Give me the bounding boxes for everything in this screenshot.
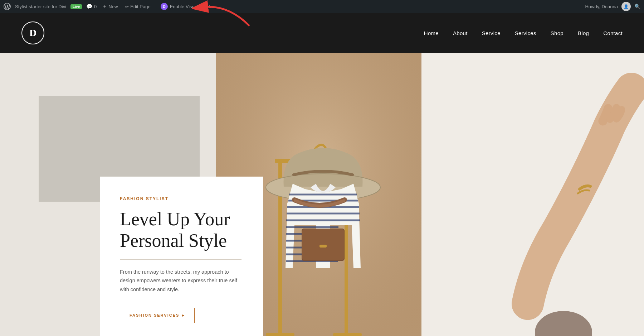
new-label: New (108, 4, 118, 9)
enable-builder-label: Enable Visual Builder (170, 4, 214, 9)
search-icon[interactable]: 🔍 (634, 4, 640, 10)
hero-eyebrow: FASHION STYLIST (120, 196, 243, 201)
site-header: D Home About Service Services Shop Blog … (0, 13, 644, 53)
edit-page-label: Edit Page (130, 4, 150, 9)
fashion-services-button[interactable]: FASHION SERVICES ▸ (120, 308, 195, 323)
avatar[interactable]: 👤 (621, 2, 631, 11)
new-button[interactable]: ＋ New (101, 3, 119, 10)
nav-blog[interactable]: Blog (578, 30, 589, 36)
edit-page-button[interactable]: ✏ Edit Page (123, 3, 152, 10)
svg-rect-24 (319, 245, 327, 248)
site-nav: Home About Service Services Shop Blog Co… (424, 30, 623, 36)
divi-icon: D (161, 3, 168, 10)
nav-about[interactable]: About (453, 30, 468, 36)
nav-home[interactable]: Home (424, 30, 439, 36)
cta-label: FASHION SERVICES (130, 313, 179, 317)
howdy-text: Howdy, Deanna (585, 4, 618, 9)
enable-visual-builder-button[interactable]: D Enable Visual Builder (161, 3, 214, 10)
hero-section: FASHION STYLIST Level Up Your Personal S… (0, 53, 644, 336)
admin-bar: Stylist starter site for Divi Live 💬 0 ＋… (0, 0, 644, 13)
nav-contact[interactable]: Contact (603, 30, 623, 36)
svg-rect-7 (333, 333, 362, 336)
hero-photo-right (420, 53, 644, 336)
svg-rect-6 (266, 333, 294, 336)
hero-description: From the runway to the streets, my appro… (120, 268, 243, 294)
comments-link[interactable]: 💬 0 (86, 4, 97, 9)
hero-divider (120, 259, 241, 260)
cta-arrow-icon: ▸ (182, 313, 185, 318)
pencil-icon: ✏ (125, 4, 129, 9)
hero-title: Level Up Your Personal Style (120, 208, 243, 251)
nav-service[interactable]: Service (482, 30, 501, 36)
nav-shop[interactable]: Shop (551, 30, 564, 36)
nav-services[interactable]: Services (515, 30, 536, 36)
live-badge: Live (70, 4, 82, 9)
plus-icon: ＋ (102, 3, 107, 10)
comments-count: 0 (94, 4, 97, 9)
hero-card: FASHION STYLIST Level Up Your Personal S… (100, 177, 263, 336)
site-name[interactable]: Stylist starter site for Divi (15, 4, 66, 9)
comment-bubble-icon: 💬 (86, 4, 92, 9)
site-logo[interactable]: D (21, 21, 44, 44)
wordpress-icon[interactable] (4, 3, 11, 10)
